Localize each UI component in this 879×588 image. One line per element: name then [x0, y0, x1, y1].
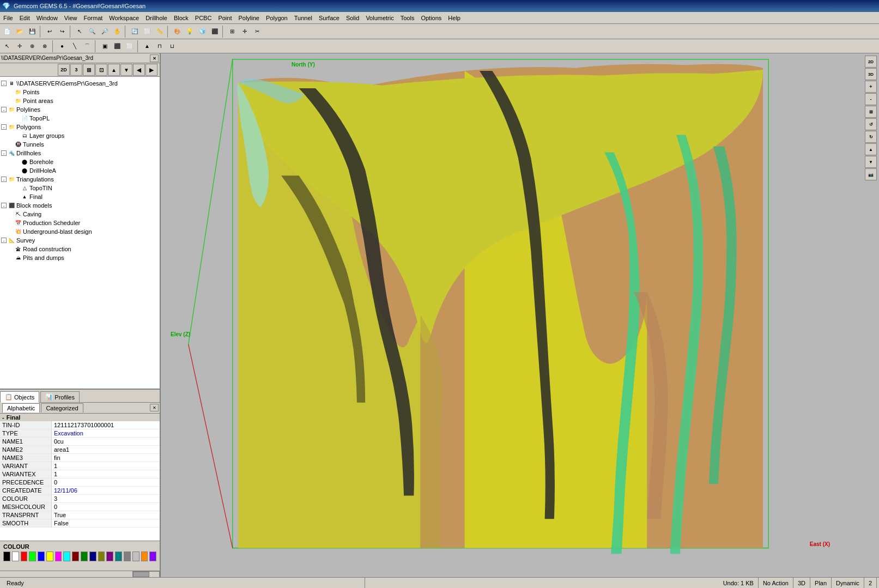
- tree-node-underground-blast[interactable]: 💥Underground-blast design: [1, 227, 159, 236]
- view-2d-btn[interactable]: 2D: [58, 64, 70, 76]
- colour-swatch-8[interactable]: [72, 551, 79, 561]
- prop-value-name1[interactable]: 0cu: [52, 438, 160, 445]
- prop-value-type[interactable]: Excavation: [52, 429, 160, 437]
- props-section-final[interactable]: -Final: [0, 414, 160, 421]
- ptr-btn[interactable]: ↖: [1, 40, 13, 52]
- prop-value-name3[interactable]: fin: [52, 454, 160, 462]
- colour-swatch-16[interactable]: [141, 551, 148, 561]
- menu-item-options[interactable]: Options: [417, 14, 445, 22]
- menu-item-surface[interactable]: Surface: [316, 14, 343, 22]
- colour-swatch-13[interactable]: [115, 551, 122, 561]
- save-btn[interactable]: 💾: [26, 26, 38, 38]
- props-panel-close[interactable]: ✕: [150, 404, 159, 411]
- menu-item-tools[interactable]: Tools: [397, 14, 418, 22]
- menu-item-block[interactable]: Block: [171, 14, 192, 22]
- tree-node-polygons[interactable]: -📁Polygons: [1, 123, 159, 131]
- vnav-rotate-left[interactable]: ↺: [865, 118, 877, 130]
- view3d-btn[interactable]: 🧊: [196, 26, 208, 38]
- colour-swatch-7[interactable]: [63, 551, 70, 561]
- tree-node-drillholeA[interactable]: ⬤DrillHoleA: [1, 166, 159, 175]
- tab-profiles[interactable]: 📊 Profiles: [40, 391, 80, 402]
- vnav-fit[interactable]: ⊞: [865, 106, 877, 118]
- tree-node-polylines[interactable]: -📁Polylines: [1, 105, 159, 114]
- colour-swatch-17[interactable]: [149, 551, 156, 561]
- undo-btn[interactable]: ↩: [44, 26, 56, 38]
- colour-swatch-3[interactable]: [29, 551, 36, 561]
- vnav-rotate-right[interactable]: ↻: [865, 131, 877, 143]
- menu-item-format[interactable]: Format: [80, 14, 106, 22]
- tree-node-triangulations[interactable]: -📁Triangulations: [1, 175, 159, 184]
- prop-value-smooth[interactable]: False: [52, 519, 160, 527]
- wire-btn[interactable]: ⬜: [124, 40, 136, 52]
- measure-btn[interactable]: 📏: [154, 26, 166, 38]
- zoom-all-btn[interactable]: ⊡: [95, 64, 107, 76]
- axis-btn[interactable]: ✛: [239, 26, 251, 38]
- tree-node-point-areas[interactable]: 📁Point areas: [1, 96, 159, 105]
- tree-expand-drillholes[interactable]: -: [1, 150, 7, 156]
- zoom-out-btn[interactable]: 🔎: [99, 26, 111, 38]
- colour-swatch-1[interactable]: [12, 551, 19, 561]
- prop-value-meshcolour[interactable]: 0: [52, 503, 160, 511]
- union-btn[interactable]: ⊔: [166, 40, 178, 52]
- view-3d-btn[interactable]: 3: [70, 64, 82, 76]
- pan-btn[interactable]: ✋: [111, 26, 123, 38]
- menu-item-drillhole[interactable]: Drillhole: [142, 14, 171, 22]
- tree-node-topoTIN[interactable]: △TopoTIN: [1, 184, 159, 192]
- colour-swatch-9[interactable]: [81, 551, 88, 561]
- rotate-btn[interactable]: 🔄: [129, 26, 141, 38]
- menu-item-pcbc[interactable]: PCBC: [192, 14, 215, 22]
- prop-value-colour[interactable]: 3: [52, 495, 160, 502]
- zoom-fit-btn[interactable]: ⊞: [83, 64, 95, 76]
- redo-btn[interactable]: ↪: [56, 26, 68, 38]
- light-btn[interactable]: 💡: [184, 26, 196, 38]
- menu-item-solid[interactable]: Solid: [343, 14, 362, 22]
- nav-rt-btn[interactable]: ▶: [146, 64, 157, 76]
- prop-value-transprnt[interactable]: True: [52, 511, 160, 519]
- tree-node-pits-dumps[interactable]: ⛰Pits and dumps: [1, 253, 159, 262]
- zoom-in-btn[interactable]: 🔍: [86, 26, 98, 38]
- select-btn[interactable]: ⬜: [141, 26, 153, 38]
- grid-btn[interactable]: ⊞: [226, 26, 238, 38]
- tree-node-tunnels[interactable]: 🚇Tunnels: [1, 140, 159, 149]
- open-btn[interactable]: 📂: [14, 26, 26, 38]
- vnav-dn[interactable]: ▼: [865, 156, 877, 168]
- menu-item-help[interactable]: Help: [445, 14, 464, 22]
- nav-lf-btn[interactable]: ◀: [133, 64, 145, 76]
- view2d-btn[interactable]: ⬛: [209, 26, 221, 38]
- intersect-btn[interactable]: ⊓: [154, 40, 166, 52]
- snap-btn[interactable]: ⊗: [39, 40, 51, 52]
- vnav-camera[interactable]: 📷: [865, 168, 877, 180]
- props-section-expand[interactable]: -: [2, 414, 4, 421]
- colour-swatch-11[interactable]: [98, 551, 105, 561]
- colour-swatch-10[interactable]: [89, 551, 96, 561]
- tree-expand-polygons[interactable]: -: [1, 124, 7, 130]
- menu-item-workspace[interactable]: Workspace: [106, 14, 142, 22]
- menu-item-file[interactable]: File: [0, 14, 16, 22]
- tree-expand-root[interactable]: -: [1, 81, 7, 86]
- colour-swatch-14[interactable]: [124, 551, 131, 561]
- tree-expand-polylines[interactable]: -: [1, 107, 7, 112]
- prop-value-name2[interactable]: area1: [52, 446, 160, 453]
- menu-item-polygon[interactable]: Polygon: [263, 14, 291, 22]
- arc-btn[interactable]: ⌒: [81, 40, 93, 52]
- menu-item-edit[interactable]: Edit: [16, 14, 33, 22]
- tree-expand-triangulations[interactable]: -: [1, 177, 7, 182]
- clip-btn[interactable]: ✂: [251, 26, 263, 38]
- tree-expand-survey[interactable]: -: [1, 238, 7, 243]
- prop-value-precedence[interactable]: 0: [52, 478, 160, 486]
- nav-dn-btn[interactable]: ▼: [120, 64, 132, 76]
- colour-swatch-6[interactable]: [55, 551, 62, 561]
- extrude-btn[interactable]: ▲: [141, 40, 153, 52]
- crosshair-btn[interactable]: ✛: [14, 40, 26, 52]
- menu-item-polyline[interactable]: Polyline: [235, 14, 263, 22]
- tree-expand-block-models[interactable]: -: [1, 203, 7, 208]
- vnav-zoom-out[interactable]: -: [865, 93, 877, 105]
- vnav-2d[interactable]: 2D: [865, 56, 877, 68]
- menu-item-volumetric[interactable]: Volumetric: [362, 14, 397, 22]
- tree-node-borehole[interactable]: ⬤Borehole: [1, 157, 159, 166]
- new-btn[interactable]: 📄: [1, 26, 13, 38]
- tree-node-points[interactable]: 📁Points: [1, 88, 159, 96]
- colour-swatch-5[interactable]: [46, 551, 53, 561]
- props-tab-categorized[interactable]: Categorized: [41, 403, 83, 413]
- tree-node-layer-groups[interactable]: 🗂Layer groups: [1, 131, 159, 140]
